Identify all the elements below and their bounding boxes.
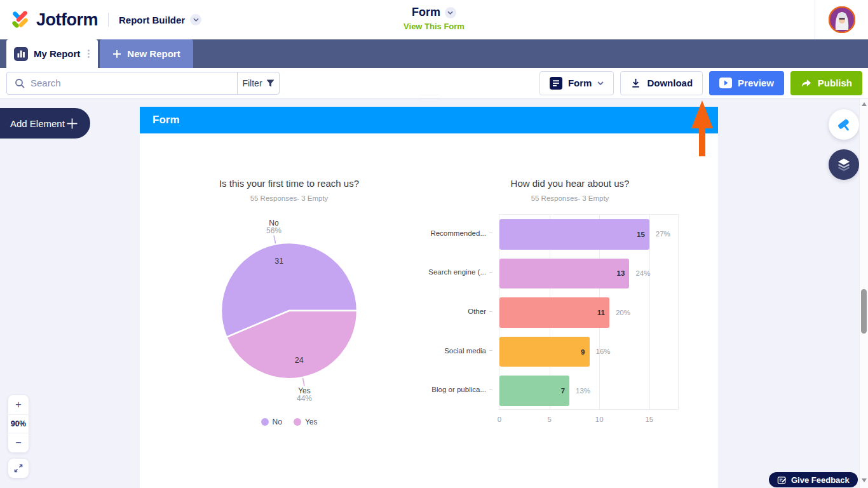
layers-button[interactable] bbox=[829, 149, 859, 180]
pie-chart[interactable]: 31No56%24Yes44% bbox=[194, 209, 384, 412]
x-tick-label: 5 bbox=[547, 416, 551, 423]
toolbar-right: Form Download Preview bbox=[539, 71, 862, 95]
jotform-logo[interactable]: Jotform bbox=[10, 10, 98, 30]
header: Jotform Report Builder Form View This Fo… bbox=[0, 0, 868, 39]
pie-outer-percent: 44% bbox=[297, 394, 312, 403]
bar-chart-subtitle: 55 Responses- 3 Empty bbox=[432, 194, 708, 202]
expand-arrows-icon bbox=[13, 463, 24, 473]
filter-label: Filter bbox=[242, 78, 262, 88]
page-title: Form bbox=[412, 6, 440, 19]
view-this-form-link[interactable]: View This Form bbox=[403, 22, 465, 31]
zoom-controls: + 90% − bbox=[8, 395, 29, 452]
form-section-title: Form bbox=[153, 114, 180, 126]
bar-plot[interactable]: 0510151527%1324%1120%916%713% bbox=[499, 214, 679, 410]
report-tabbar: My Report New Report bbox=[0, 39, 868, 68]
design-button[interactable] bbox=[829, 109, 859, 140]
plus-icon bbox=[112, 50, 121, 58]
x-tick-label: 0 bbox=[498, 416, 501, 423]
preview-label: Preview bbox=[738, 78, 774, 88]
tab-options-kebab-icon[interactable] bbox=[86, 47, 92, 60]
zoom-in-button[interactable]: + bbox=[8, 395, 29, 414]
toolbar: Filter Form bbox=[0, 68, 868, 98]
tab-new-report[interactable]: New Report bbox=[100, 39, 193, 68]
layers-icon bbox=[836, 157, 851, 172]
bar: 7 bbox=[499, 376, 569, 406]
bar-value-label: 15 bbox=[637, 231, 645, 238]
form-doc-icon bbox=[550, 77, 562, 90]
preview-button[interactable]: Preview bbox=[709, 71, 784, 95]
bar-percent-label: 27% bbox=[656, 230, 670, 238]
bar-value-label: 13 bbox=[617, 269, 625, 277]
bar-value-label: 9 bbox=[581, 348, 585, 356]
avatar[interactable] bbox=[829, 6, 855, 33]
bar: 11 bbox=[499, 297, 609, 328]
report-page: Form Is this your first time to reach us… bbox=[140, 107, 718, 488]
x-tick-label: 15 bbox=[645, 416, 653, 423]
zoom-out-button[interactable]: − bbox=[8, 433, 29, 452]
bar-percent-label: 16% bbox=[596, 348, 611, 355]
chevron-down-icon bbox=[597, 81, 604, 85]
download-icon bbox=[630, 78, 641, 88]
logo-text: Jotform bbox=[36, 10, 98, 30]
pie-leader-line bbox=[274, 235, 276, 243]
tab-my-report[interactable]: My Report bbox=[6, 39, 98, 68]
vertical-scrollbar-thumb[interactable] bbox=[861, 289, 867, 334]
paint-roller-icon bbox=[836, 116, 852, 133]
search-box bbox=[7, 72, 237, 94]
download-label: Download bbox=[647, 78, 693, 88]
filter-button[interactable]: Filter bbox=[237, 72, 279, 94]
pie-value-label: 24 bbox=[295, 356, 304, 365]
scroll-down-icon[interactable] bbox=[862, 478, 867, 482]
x-tick-label: 10 bbox=[595, 416, 604, 423]
bar-category-label: Search engine (... bbox=[419, 268, 492, 276]
publish-label: Publish bbox=[818, 78, 852, 88]
plus-icon bbox=[67, 118, 78, 129]
publish-arrow-icon bbox=[801, 78, 812, 88]
fit-to-screen-button[interactable] bbox=[8, 459, 29, 478]
horizontal-scrollbar-thumb[interactable] bbox=[419, 95, 441, 98]
zoom-level: 90% bbox=[8, 414, 29, 433]
filter-funnel-icon bbox=[266, 79, 275, 87]
form-section-header[interactable]: Form bbox=[140, 107, 718, 133]
legend-item-yes[interactable]: Yes bbox=[294, 417, 318, 426]
legend-dot bbox=[261, 418, 269, 426]
pie-chart-legend: NoYes bbox=[194, 417, 384, 426]
add-element-label: Add Element bbox=[10, 118, 65, 129]
pie-value-label: 31 bbox=[275, 257, 283, 266]
bar: 9 bbox=[499, 337, 590, 367]
bar-category-label: Other bbox=[419, 308, 492, 315]
pie-leader-line bbox=[302, 378, 304, 386]
give-feedback-button[interactable]: Give Feedback bbox=[769, 472, 858, 487]
bar-category-labels: Recommended...Search engine (...OtherSoc… bbox=[419, 214, 492, 410]
bar-percent-label: 13% bbox=[576, 387, 590, 395]
product-label: Report Builder bbox=[119, 15, 185, 25]
pie-outer-percent: 56% bbox=[266, 226, 281, 235]
download-button[interactable]: Download bbox=[620, 71, 703, 95]
annotation-arrow-icon bbox=[691, 100, 714, 156]
legend-label: No bbox=[273, 417, 282, 426]
report-page-body: Is this your first time to reach us? 55 … bbox=[140, 133, 718, 488]
bar-value-label: 11 bbox=[597, 309, 605, 316]
scroll-up-icon[interactable] bbox=[862, 102, 867, 106]
form-title-menu[interactable] bbox=[445, 7, 456, 18]
pie-chart-title: Is this your first time to reach us? bbox=[194, 178, 384, 189]
publish-button[interactable]: Publish bbox=[790, 71, 862, 95]
header-center: Form View This Form bbox=[403, 6, 465, 32]
form-source-button[interactable]: Form bbox=[539, 71, 614, 95]
search-input[interactable] bbox=[31, 78, 237, 88]
product-switcher[interactable]: Report Builder bbox=[119, 14, 201, 25]
header-right bbox=[815, 0, 868, 39]
bar-percent-label: 20% bbox=[616, 309, 630, 316]
vertical-scrollbar[interactable] bbox=[859, 98, 868, 488]
add-element-button[interactable]: Add Element bbox=[0, 108, 90, 139]
legend-dot bbox=[294, 418, 301, 426]
header-divider bbox=[108, 13, 109, 27]
report-chart-icon bbox=[14, 47, 28, 61]
feedback-note-icon bbox=[777, 475, 787, 485]
form-source-label: Form bbox=[568, 78, 592, 88]
bar-category-label: Social media bbox=[419, 347, 492, 355]
give-feedback-label: Give Feedback bbox=[791, 475, 850, 485]
bar-gridline bbox=[649, 215, 650, 409]
play-icon bbox=[719, 78, 732, 88]
legend-item-no[interactable]: No bbox=[261, 417, 282, 426]
